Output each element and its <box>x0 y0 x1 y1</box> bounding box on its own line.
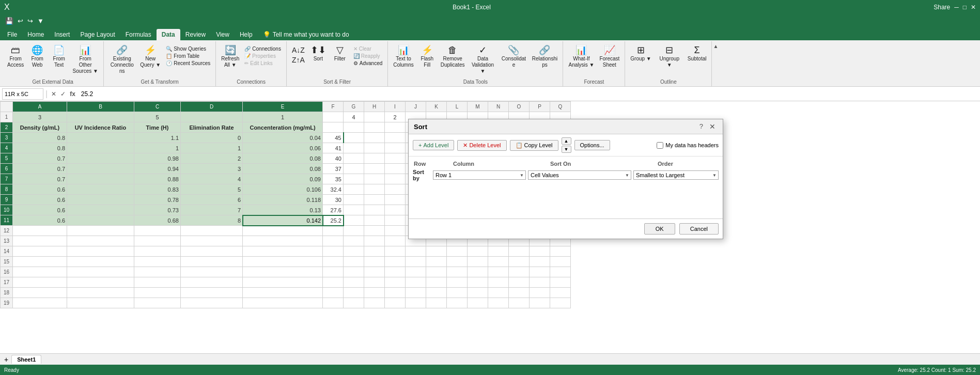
cell-h7[interactable] <box>364 174 385 184</box>
cell-a9[interactable]: 0.6 <box>13 195 67 205</box>
cell-b9[interactable] <box>67 195 134 205</box>
row-header-5[interactable]: 5 <box>1 153 13 164</box>
cell-d6[interactable]: 3 <box>181 164 243 174</box>
cell-b3[interactable] <box>67 133 134 143</box>
col-header-j[interactable]: J <box>406 102 426 112</box>
row-header-7[interactable]: 7 <box>1 174 13 184</box>
col-header-c[interactable]: C <box>134 102 181 112</box>
delete-level-button[interactable]: ✕ Delete Level <box>457 140 506 151</box>
col-header-g[interactable]: G <box>344 102 364 112</box>
undo-button[interactable]: ↩ <box>17 17 24 25</box>
cell-f11[interactable]: 25.2 <box>323 215 344 226</box>
group-button[interactable]: ⊞ Group ▼ <box>628 44 653 63</box>
tab-view[interactable]: View <box>211 29 235 40</box>
row-header-6[interactable]: 6 <box>1 164 13 174</box>
share-button[interactable]: Share <box>934 4 950 11</box>
col-header-p[interactable]: P <box>530 102 550 112</box>
tab-data[interactable]: Data <box>157 29 180 40</box>
cell-g11[interactable] <box>344 215 364 226</box>
cell-reference-box[interactable]: 11R x 5C <box>2 88 43 100</box>
cell-b8[interactable] <box>67 184 134 195</box>
cell-c11[interactable]: 0.68 <box>134 215 181 226</box>
cell-e10[interactable]: 0.13 <box>243 205 323 215</box>
cell-f9[interactable]: 30 <box>323 195 344 205</box>
cell-d3[interactable]: 0 <box>181 133 243 143</box>
cell-f10[interactable]: 27.6 <box>323 205 344 215</box>
move-down-button[interactable]: ▼ <box>562 146 571 153</box>
connections-button[interactable]: 🔗 Connections <box>242 45 283 52</box>
new-query-button[interactable]: ⚡ NewQuery ▼ <box>138 44 163 69</box>
row-header-13[interactable]: 13 <box>1 236 13 246</box>
tab-page-layout[interactable]: Page Layout <box>75 29 120 40</box>
cell-h9[interactable] <box>364 195 385 205</box>
cell-f3[interactable]: 45 <box>323 133 344 143</box>
ungroup-button[interactable]: ⊟ Ungroup ▼ <box>655 44 685 69</box>
cell-a1[interactable]: 3 <box>13 112 67 122</box>
cell-f8[interactable]: 32.4 <box>323 184 344 195</box>
cell-a8[interactable]: 0.6 <box>13 184 67 195</box>
row-header-4[interactable]: 4 <box>1 143 13 153</box>
cell-a10[interactable]: 0.6 <box>13 205 67 215</box>
cell-h1[interactable] <box>364 112 385 122</box>
add-level-button[interactable]: + Add Level <box>413 140 454 150</box>
cell-a6[interactable]: 0.7 <box>13 164 67 174</box>
from-text-button[interactable]: 📄 FromText <box>49 44 69 69</box>
from-web-button[interactable]: 🌐 FromWeb <box>27 44 48 69</box>
cell-e8[interactable]: 0.106 <box>243 184 323 195</box>
cell-g9[interactable] <box>344 195 364 205</box>
col-header-q[interactable]: Q <box>550 102 571 112</box>
cell-f1[interactable] <box>323 112 344 122</box>
from-table-button[interactable]: 📋 From Table <box>164 53 212 59</box>
cell-g1[interactable]: 4 <box>344 112 364 122</box>
close-button[interactable]: ✕ <box>971 4 976 11</box>
sort-az-button[interactable]: A↓Z <box>290 45 307 55</box>
cell-e5[interactable]: 0.08 <box>243 153 323 164</box>
cell-h6[interactable] <box>364 164 385 174</box>
cell-e1[interactable]: 1 <box>243 112 323 122</box>
formula-input[interactable] <box>79 90 978 98</box>
cell-a2[interactable]: Density (g/mL) <box>13 122 67 133</box>
cell-c3[interactable]: 1.1 <box>134 133 181 143</box>
redo-button[interactable]: ↪ <box>26 17 34 25</box>
cell-g7[interactable] <box>344 174 364 184</box>
col-header-h[interactable]: H <box>364 102 385 112</box>
cell-d7[interactable]: 4 <box>181 174 243 184</box>
dialog-close-button[interactable]: ✕ <box>707 122 718 131</box>
cell-a5[interactable]: 0.7 <box>13 153 67 164</box>
formula-confirm-icon[interactable]: ✓ <box>59 90 67 98</box>
cell-h4[interactable] <box>364 143 385 153</box>
cell-i9[interactable] <box>385 195 406 205</box>
cell-c8[interactable]: 0.83 <box>134 184 181 195</box>
cell-b5[interactable] <box>67 153 134 164</box>
cell-b6[interactable] <box>67 164 134 174</box>
tab-home[interactable]: Home <box>22 29 49 40</box>
row-header-1[interactable]: 1 <box>1 112 13 122</box>
row-header-18[interactable]: 18 <box>1 288 13 298</box>
relationships-button[interactable]: 🔗 Relationships <box>530 44 559 69</box>
cell-e7[interactable]: 0.09 <box>243 174 323 184</box>
cell-h8[interactable] <box>364 184 385 195</box>
cell-g2[interactable] <box>344 122 364 133</box>
col-header-a[interactable]: A <box>13 102 67 112</box>
cell-d9[interactable]: 6 <box>181 195 243 205</box>
cell-f5[interactable]: 40 <box>323 153 344 164</box>
cell-f4[interactable]: 41 <box>323 143 344 153</box>
cell-g5[interactable] <box>344 153 364 164</box>
cell-g8[interactable] <box>344 184 364 195</box>
cell-d2[interactable]: Elimination Rate <box>181 122 243 133</box>
cell-b11[interactable] <box>67 215 134 226</box>
order-select[interactable]: Smallest to Largest Largest to Smallest … <box>633 170 719 180</box>
row-header-3[interactable]: 3 <box>1 133 13 143</box>
ribbon-expand-button[interactable]: ▲ <box>713 43 718 49</box>
cell-c5[interactable]: 0.98 <box>134 153 181 164</box>
subtotal-button[interactable]: Σ Subtotal <box>686 44 709 63</box>
cell-i4[interactable] <box>385 143 406 153</box>
cell-c2[interactable]: Time (H) <box>134 122 181 133</box>
row-header-11[interactable]: 11 <box>1 215 13 226</box>
add-sheet-button[interactable]: + <box>2 355 10 364</box>
row-header-9[interactable]: 9 <box>1 195 13 205</box>
sort-by-select[interactable]: Row 1 Row 2 Row 3 <box>433 170 526 180</box>
data-validation-button[interactable]: ✓ DataValidation ▼ <box>468 44 497 75</box>
cell-i6[interactable] <box>385 164 406 174</box>
col-header-b[interactable]: B <box>67 102 134 112</box>
